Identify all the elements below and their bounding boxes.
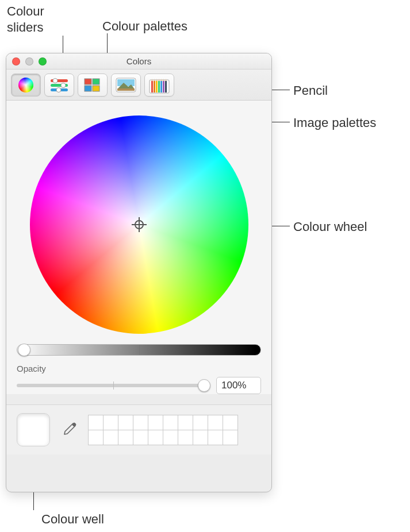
callout-sliders-label: Coloursliders <box>7 3 44 35</box>
opacity-thumb[interactable] <box>198 379 210 392</box>
svg-rect-30 <box>72 422 76 427</box>
brightness-thumb[interactable] <box>18 344 30 356</box>
wheel-crosshair-icon <box>132 217 147 232</box>
titlebar: Colors <box>6 53 271 70</box>
minimize-icon[interactable] <box>25 57 33 65</box>
callout-colour-well-label: Colour well <box>41 511 104 527</box>
brightness-slider[interactable] <box>17 344 261 356</box>
pencils-icon <box>149 76 170 94</box>
swatch-cell[interactable] <box>118 415 133 430</box>
svg-point-6 <box>56 87 61 92</box>
svg-rect-10 <box>93 86 99 91</box>
swatch-grid <box>88 415 237 445</box>
callout-colour-wheel-label: Colour wheel <box>293 219 367 235</box>
svg-rect-22 <box>165 81 167 92</box>
svg-rect-8 <box>93 79 99 84</box>
tab-colour-wheel[interactable] <box>11 74 41 97</box>
svg-rect-18 <box>156 81 158 92</box>
svg-rect-21 <box>163 81 164 92</box>
palettes-icon <box>83 77 102 93</box>
swatch-cell[interactable] <box>223 415 238 430</box>
swatch-cell[interactable] <box>223 430 238 445</box>
swatch-cell[interactable] <box>163 415 178 430</box>
svg-rect-17 <box>154 81 155 92</box>
swatch-cell[interactable] <box>88 415 104 430</box>
swatch-cell[interactable] <box>208 430 223 445</box>
svg-rect-19 <box>158 81 160 92</box>
eyedropper-button[interactable] <box>59 420 79 440</box>
callout-image-palettes-label: Image palettes <box>293 115 376 131</box>
swatch-cell[interactable] <box>88 430 104 445</box>
swatch-cell[interactable] <box>133 415 148 430</box>
opacity-label: Opacity <box>17 364 261 373</box>
colors-window: Colors <box>6 53 272 492</box>
tab-colour-palettes[interactable] <box>78 74 108 97</box>
colour-wheel-icon <box>17 76 35 94</box>
swatch-cell[interactable] <box>103 415 118 430</box>
callout-pencil-label: Pencil <box>293 83 328 99</box>
color-wheel-panel: Opacity <box>6 101 271 394</box>
eyedropper-icon <box>60 421 78 438</box>
tab-image-palettes[interactable] <box>111 74 141 97</box>
image-icon <box>116 78 136 92</box>
tab-colour-sliders[interactable] <box>44 74 74 97</box>
swatch-cell[interactable] <box>208 415 223 430</box>
sliders-icon <box>49 77 69 93</box>
svg-point-5 <box>61 83 66 87</box>
swatch-cell[interactable] <box>193 415 208 430</box>
colour-wheel[interactable] <box>30 115 248 334</box>
svg-rect-9 <box>85 86 91 91</box>
swatch-cell[interactable] <box>103 430 118 445</box>
swatch-cell[interactable] <box>148 430 163 445</box>
opacity-slider[interactable] <box>17 384 209 387</box>
swatch-cell[interactable] <box>163 430 178 445</box>
svg-rect-7 <box>85 79 91 84</box>
toolbar <box>6 70 271 101</box>
swatch-cell[interactable] <box>148 415 163 430</box>
colour-well[interactable] <box>17 413 50 446</box>
svg-rect-20 <box>160 81 162 92</box>
svg-point-4 <box>53 78 58 83</box>
callout-palettes-label: Colour palettes <box>102 18 187 34</box>
swatch-cell[interactable] <box>118 430 133 445</box>
opacity-field[interactable] <box>216 377 261 394</box>
svg-rect-16 <box>151 81 153 92</box>
close-icon[interactable] <box>12 57 20 65</box>
swatch-cell[interactable] <box>193 430 208 445</box>
svg-rect-14 <box>117 88 135 91</box>
footer <box>6 404 271 454</box>
swatch-cell[interactable] <box>178 430 193 445</box>
tab-pencils[interactable] <box>144 74 174 97</box>
swatch-cell[interactable] <box>133 430 148 445</box>
zoom-icon[interactable] <box>39 57 47 65</box>
window-controls <box>12 57 47 65</box>
swatch-cell[interactable] <box>178 415 193 430</box>
